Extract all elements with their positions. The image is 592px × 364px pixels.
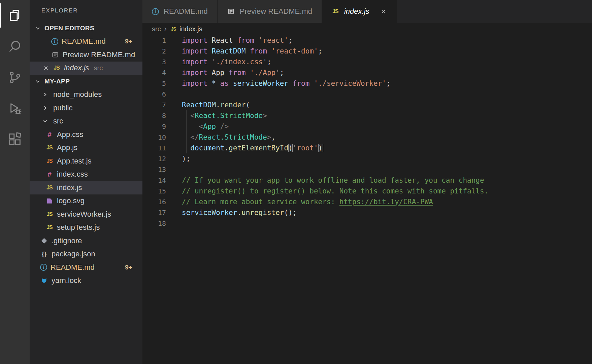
bracket-match: )	[318, 144, 323, 152]
tab-bar: iREADME.mdPreview README.mdJSindex.js	[142, 0, 592, 23]
code-token: >	[267, 133, 271, 141]
js-icon: JS	[331, 7, 339, 15]
line-number: 13	[142, 164, 182, 175]
tab-label: Preview README.md	[240, 7, 312, 16]
tree-item-index-css[interactable]: #index.css	[30, 168, 142, 181]
line-number: 9	[142, 121, 182, 132]
open-editors-header[interactable]: OPEN EDITORS	[30, 22, 142, 35]
activity-search-button[interactable]	[0, 31, 30, 62]
code-line-17: 17serviceWorker.unregister();	[142, 207, 592, 218]
code-token: React.StrictMode	[199, 133, 267, 141]
close-editor-icon[interactable]	[42, 64, 50, 72]
code-token: ReactDOM	[212, 47, 250, 55]
code-token: .	[237, 209, 241, 217]
code-line-5: 5import * as serviceWorker from './servi…	[142, 78, 592, 89]
tree-item-public[interactable]: public	[30, 101, 142, 115]
info-icon: i	[51, 38, 58, 45]
code-token	[216, 122, 220, 131]
tree-item-label: App.test.js	[57, 157, 92, 166]
tree-item-package-json[interactable]: {}package.json	[30, 248, 142, 261]
line-number: 8	[142, 110, 182, 121]
code-token: render	[220, 101, 246, 109]
line-number: 14	[142, 175, 182, 186]
js-icon: JS	[45, 210, 54, 218]
close-tab-icon[interactable]	[380, 7, 388, 15]
tab-index-js[interactable]: JSindex.js	[322, 0, 397, 23]
tree-item-app-js[interactable]: JSApp.js	[30, 141, 142, 155]
comment-link[interactable]: https://bit.ly/CRA-PWA	[339, 198, 433, 206]
breadcrumb-label: src	[152, 25, 161, 33]
code-token: from	[237, 36, 258, 44]
info-icon: i	[152, 8, 159, 15]
tree-item-readme-md[interactable]: iREADME.md9+	[30, 261, 142, 274]
js-test-icon: JS	[45, 157, 54, 165]
tree-item-src[interactable]: src	[30, 115, 142, 128]
tab-preview-readme-md[interactable]: Preview README.md	[218, 0, 322, 23]
activity-extensions-button[interactable]	[0, 124, 30, 155]
problems-badge: 9+	[125, 38, 132, 45]
tree-item-label: App.css	[57, 130, 83, 139]
code-text: // unregister() to register() below. Not…	[182, 186, 488, 196]
tree-item-app-css[interactable]: #App.css	[30, 128, 142, 141]
code-token: *	[212, 79, 220, 87]
open-editor-label: README.md	[62, 37, 106, 46]
breadcrumb-index-js[interactable]: JSindex.js	[170, 25, 202, 33]
code-line-4: 4import App from './App';	[142, 67, 592, 78]
tree-item-app-test-js[interactable]: JSApp.test.js	[30, 154, 142, 168]
js-icon: JS	[45, 223, 54, 231]
text-cursor	[323, 144, 323, 152]
code-token: ;	[267, 58, 271, 66]
code-token: );	[182, 155, 190, 163]
file-tree: node_modulespublicsrc#App.cssJSApp.jsJSA…	[30, 88, 142, 288]
line-number: 17	[142, 207, 182, 218]
open-editors-title: OPEN EDITORS	[44, 25, 94, 32]
activity-explorer-button[interactable]	[0, 0, 30, 31]
tree-item-serviceworker-js[interactable]: JSserviceWorker.js	[30, 208, 142, 221]
tree-item-label: index.css	[57, 170, 88, 179]
code-line-16: 16// Learn more about service workers: h…	[142, 196, 592, 207]
tree-item-gitignore[interactable]: .gitignore	[30, 234, 142, 248]
line-number: 3	[142, 57, 182, 67]
code-token: import	[182, 58, 212, 66]
tree-item-index-js[interactable]: JSindex.js	[30, 181, 142, 194]
code-token: as	[220, 79, 233, 87]
code-line-6: 6	[142, 89, 592, 100]
js-icon: JS	[170, 26, 177, 32]
tree-item-logo-svg[interactable]: logo.svg	[30, 194, 142, 208]
js-icon: JS	[45, 184, 54, 192]
line-number: 15	[142, 186, 182, 196]
code-text: import React from 'react';	[182, 35, 293, 46]
code-token: ;	[386, 79, 391, 87]
line-number: 12	[142, 153, 182, 164]
code-token: './index.css'	[212, 58, 267, 66]
folder-name: MY-APP	[44, 78, 70, 85]
open-editor-preview-readme-md[interactable]: Preview README.md	[30, 48, 142, 62]
code-text: import * as serviceWorker from './servic…	[182, 78, 391, 89]
open-editor-index-js[interactable]: JSindex.jssrc	[30, 62, 142, 75]
activity-source-control-button[interactable]	[0, 62, 30, 93]
code-token: App	[203, 122, 216, 131]
yarn-icon	[40, 277, 48, 285]
folder-section-header[interactable]: MY-APP	[30, 75, 142, 88]
code-token: ;	[318, 47, 323, 55]
code-token: <	[190, 112, 195, 120]
open-editor-readme-md[interactable]: iREADME.md9+	[30, 35, 142, 48]
code-token: ReactDOM	[182, 101, 216, 109]
open-editor-label: index.js	[64, 64, 89, 72]
tree-item-node-modules[interactable]: node_modules	[30, 88, 142, 102]
problems-badge: 9+	[125, 264, 132, 271]
tree-item-yarn-lock[interactable]: yarn.lock	[30, 274, 142, 288]
tab-label: README.md	[164, 7, 208, 16]
tab-label: index.js	[344, 7, 369, 16]
code-text: serviceWorker.unregister();	[182, 207, 297, 218]
breadcrumb-src[interactable]: src	[152, 25, 161, 33]
activity-run-debug-button[interactable]	[0, 93, 30, 124]
code-token: serviceWorker	[182, 209, 237, 217]
code-editor[interactable]: 1import React from 'react';2import React…	[142, 35, 592, 364]
tab-readme-md[interactable]: iREADME.md	[142, 0, 218, 23]
tree-item-setuptests-js[interactable]: JSsetupTests.js	[30, 221, 142, 234]
code-line-2: 2import ReactDOM from 'react-dom';	[142, 46, 592, 57]
code-token: App	[212, 69, 229, 77]
tree-item-label: logo.svg	[57, 196, 85, 205]
line-number: 1	[142, 35, 182, 46]
